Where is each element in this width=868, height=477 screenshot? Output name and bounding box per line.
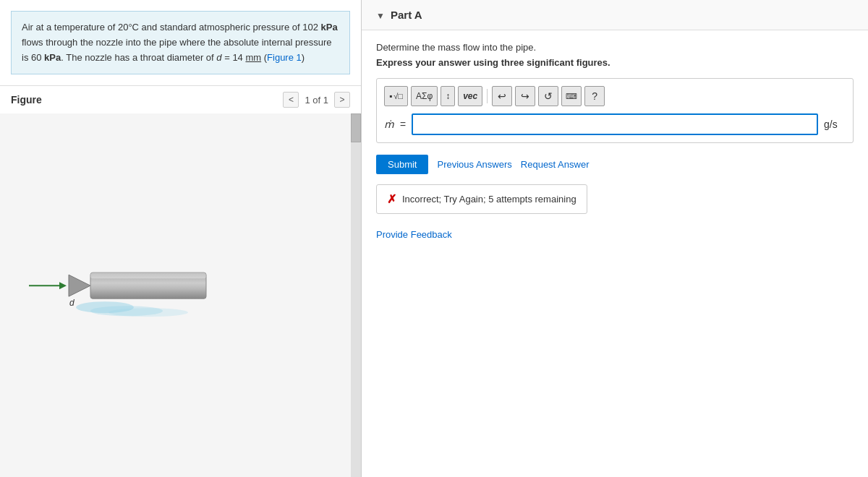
figure-header: Figure < 1 of 1 > [0, 85, 361, 113]
submit-button[interactable]: Submit [376, 155, 428, 174]
updown-label: ↕ [446, 91, 450, 101]
toolbar-undo-button[interactable]: ↩ [492, 86, 512, 106]
alpha-label: ΑΣφ [416, 91, 433, 101]
svg-marker-1 [59, 282, 67, 289]
part-header: ▼ Part A [362, 0, 868, 30]
answer-input[interactable] [412, 113, 818, 135]
unit-label: g/s [824, 119, 846, 130]
toolbar-vec-button[interactable]: vec [458, 86, 482, 106]
toolbar-sqrt-button[interactable]: ▪ √□ [384, 86, 408, 106]
part-title: Part A [391, 9, 422, 21]
problem-statement: Air at a temperature of 20°C and standar… [11, 11, 350, 74]
nav-prev-button[interactable]: < [283, 92, 299, 108]
left-panel: Air at a temperature of 20°C and standar… [0, 0, 362, 477]
instruction-text-2: Express your answer using three signific… [376, 57, 854, 68]
error-icon: ✗ [387, 192, 396, 206]
help-icon: ? [592, 90, 597, 102]
nav-count: 1 of 1 [305, 95, 328, 106]
unit-mm: mm [245, 52, 261, 63]
instruction-text-1: Determine the mass flow into the pipe. [376, 42, 854, 53]
toolbar-redo-button[interactable]: ↪ [515, 86, 535, 106]
unit-kpa-2: kPa [44, 52, 61, 63]
figure-section: Figure < 1 of 1 > [0, 85, 361, 477]
toolbar-refresh-button[interactable]: ↺ [538, 86, 558, 106]
toolbar: ▪ √□ ΑΣφ ↕ vec ↩ [384, 86, 846, 106]
undo-icon: ↩ [498, 90, 506, 102]
redo-icon: ↪ [521, 90, 529, 102]
refresh-icon: ↺ [544, 90, 553, 102]
toolbar-alpha-button[interactable]: ΑΣφ [411, 86, 438, 106]
error-text: Incorrect; Try Again; 5 attempts remaini… [402, 194, 576, 205]
figure-nav: < 1 of 1 > [283, 92, 350, 108]
figure-title: Figure [11, 94, 42, 106]
error-box: ✗ Incorrect; Try Again; 5 attempts remai… [376, 184, 587, 214]
figure-scrollbar[interactable] [351, 113, 361, 477]
toolbar-updown-button[interactable]: ↕ [441, 86, 455, 106]
part-content: Determine the mass flow into the pipe. E… [362, 30, 868, 252]
provide-feedback-link[interactable]: Provide Feedback [376, 229, 452, 240]
toolbar-help-button[interactable]: ? [584, 86, 605, 106]
previous-answers-link[interactable]: Previous Answers [437, 159, 511, 170]
figure-link[interactable]: Figure 1 [267, 52, 302, 63]
keyboard-icon: ⌨ [566, 92, 577, 101]
sqrt-symbol: ▪ [389, 91, 392, 101]
m-dot-symbol: ṁ [384, 119, 394, 130]
main-layout: Air at a temperature of 20°C and standar… [0, 0, 868, 477]
nozzle-diagram: d [22, 242, 239, 331]
answer-input-row: ṁ = g/s [384, 113, 846, 135]
toolbar-divider [487, 89, 488, 103]
request-answer-link[interactable]: Request Answer [521, 159, 590, 170]
right-panel: ▼ Part A Determine the mass flow into th… [362, 0, 868, 477]
toolbar-keyboard-button[interactable]: ⌨ [561, 86, 582, 106]
unit-kpa-1: kPa [320, 22, 337, 33]
d-label: d [69, 298, 75, 308]
svg-point-7 [109, 308, 188, 317]
svg-marker-2 [69, 275, 90, 296]
variable-d: d [216, 52, 221, 63]
answer-box: ▪ √□ ΑΣφ ↕ vec ↩ [376, 78, 854, 143]
svg-rect-4 [90, 272, 206, 278]
vec-label: vec [463, 91, 477, 101]
sqrt-label: √□ [393, 92, 403, 100]
nav-next-button[interactable]: > [334, 92, 350, 108]
scrollbar-thumb [351, 113, 361, 142]
answer-label: ṁ = [384, 119, 406, 130]
nozzle-svg: d [22, 242, 239, 329]
submit-row: Submit Previous Answers Request Answer [376, 155, 854, 174]
collapse-icon[interactable]: ▼ [376, 11, 385, 20]
figure-content: d [0, 113, 361, 477]
